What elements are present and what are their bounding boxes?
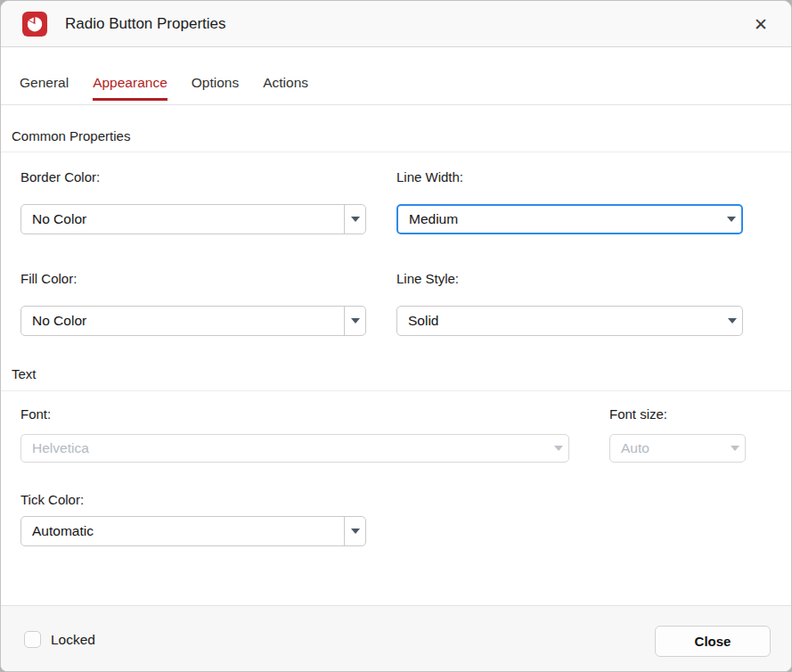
tab-actions[interactable]: Actions [263,75,308,101]
line-width-value: Medium [398,206,721,233]
font-label: Font: [20,406,51,422]
border-color-dropdown[interactable]: No Color [20,204,366,234]
font-arrow-button [548,435,568,462]
line-style-arrow-button[interactable] [722,307,742,335]
fill-color-arrow-button[interactable] [344,307,365,335]
font-dropdown: Helvetica [20,434,569,463]
window-title: Radio Button Properties [65,1,226,47]
chevron-down-icon [351,529,360,534]
border-color-arrow-button[interactable] [344,205,365,234]
font-size-value: Auto [610,435,724,462]
tab-bar: General Appearance Options Actions [1,48,791,105]
locked-checkbox[interactable] [24,631,41,648]
tab-appearance[interactable]: Appearance [93,75,167,101]
line-style-label: Line Style: [396,271,459,286]
footer-bar: Locked Close [1,605,791,672]
tick-color-value: Automatic [21,517,344,545]
font-size-arrow-button [724,435,745,462]
tick-color-arrow-button[interactable] [344,517,365,545]
section-divider [1,390,791,391]
fill-color-dropdown[interactable]: No Color [20,306,366,336]
line-width-label: Line Width: [396,169,463,184]
line-style-value: Solid [397,307,722,335]
close-icon[interactable]: ✕ [741,1,780,47]
chevron-down-icon [727,217,736,222]
line-width-dropdown[interactable]: Medium [396,204,743,234]
fill-color-value: No Color [21,307,344,335]
tick-color-label: Tick Color: [20,492,84,507]
close-button[interactable]: Close [655,626,771,657]
chevron-down-icon [731,446,739,451]
border-color-value: No Color [21,205,344,234]
chevron-down-icon [554,446,563,451]
font-value: Helvetica [21,435,548,462]
border-color-label: Border Color: [20,169,100,184]
text-heading: Text [12,366,37,381]
font-size-dropdown: Auto [609,434,746,463]
locked-label: Locked [51,631,95,648]
fill-color-label: Fill Color: [20,271,77,286]
titlebar: Radio Button Properties ✕ [1,1,791,47]
chevron-down-icon [351,318,360,324]
chevron-down-icon [728,318,737,324]
chevron-down-icon [351,217,360,222]
radio-button-properties-dialog: Radio Button Properties ✕ General Appear… [0,0,792,672]
tab-options[interactable]: Options [192,75,239,101]
line-style-dropdown[interactable]: Solid [396,306,743,336]
line-width-arrow-button[interactable] [721,206,741,233]
tab-general[interactable]: General [20,75,69,101]
app-logo-icon [22,12,47,37]
section-divider [1,152,791,152]
font-size-label: Font size: [609,406,667,422]
tick-color-dropdown[interactable]: Automatic [20,516,366,546]
common-properties-heading: Common Properties [12,128,130,143]
